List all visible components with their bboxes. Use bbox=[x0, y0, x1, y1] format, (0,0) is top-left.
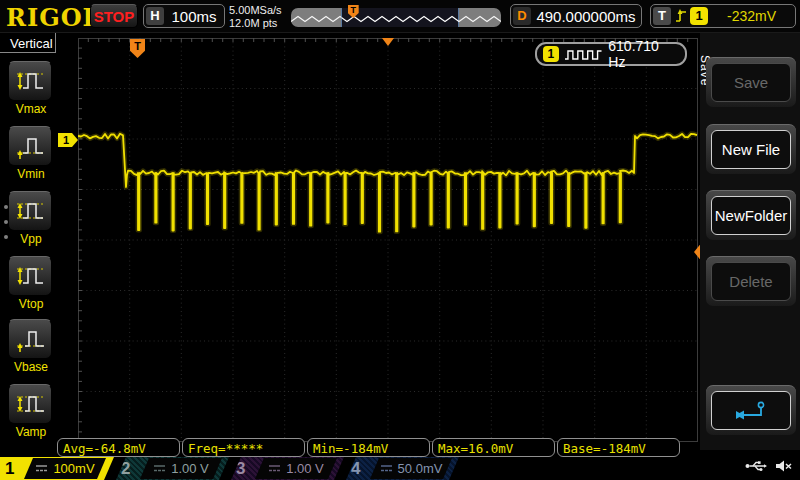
right-soft-menu: Save Save New File NewFolder Delete bbox=[700, 33, 800, 450]
menu-item-label: Vmin bbox=[8, 167, 54, 181]
left-measure-menu: Vertical Vmax Vmin bbox=[0, 33, 57, 450]
menu-item-label: Vpp bbox=[8, 232, 54, 246]
run-state-button[interactable]: STOP bbox=[90, 4, 138, 28]
menu-item-label: Vmax bbox=[8, 102, 54, 116]
menu-item-vmin[interactable]: Vmin bbox=[8, 126, 54, 181]
vtop-icon bbox=[8, 256, 52, 296]
grid-and-trace bbox=[78, 38, 698, 442]
menu-item-vbase[interactable]: Vbase bbox=[8, 319, 54, 374]
d-badge: D bbox=[513, 7, 531, 25]
channel1-tab[interactable]: 1 100mV bbox=[0, 457, 114, 480]
timebase-value: 100ms bbox=[164, 8, 224, 25]
delay-value: 490.000000ms bbox=[531, 8, 641, 25]
dc-coupling-icon bbox=[35, 464, 48, 473]
left-menu-title: Vertical bbox=[0, 33, 56, 53]
speaker-muted-icon bbox=[775, 459, 792, 473]
channel1-scale: 100mV bbox=[53, 461, 94, 476]
square-wave-icon bbox=[564, 48, 604, 61]
rigol-logo: RIGOL bbox=[6, 3, 100, 32]
menu-item-label: Vtop bbox=[8, 297, 54, 311]
meas-max: Max=16.0mV bbox=[432, 438, 555, 457]
memory-depth: 12.0M pts bbox=[229, 17, 282, 30]
meas-min: Min=-184mV bbox=[307, 438, 430, 457]
trigger-level-value: -232mV bbox=[708, 8, 795, 24]
channel-status-bar: 1 100mV 2 1.00 V 3 bbox=[0, 457, 800, 480]
horizontal-timebase-box[interactable]: H 100ms bbox=[143, 4, 225, 28]
menu-item-label: Vamp bbox=[8, 425, 54, 439]
save-button[interactable]: Save bbox=[706, 57, 796, 107]
vbase-icon bbox=[8, 319, 52, 359]
rising-slope-icon bbox=[675, 8, 688, 24]
channel4-tab[interactable]: 4 50.0mV bbox=[346, 457, 459, 480]
meas-avg: Avg=-64.8mV bbox=[57, 438, 180, 457]
t-badge: T bbox=[653, 7, 671, 25]
menu-item-label: Vbase bbox=[8, 360, 54, 374]
vpp-icon bbox=[8, 191, 52, 231]
channel1-level-marker[interactable]: 1 bbox=[58, 133, 78, 147]
counter-frequency-value: 610.710 Hz bbox=[608, 38, 679, 70]
back-button[interactable] bbox=[706, 385, 796, 435]
waveform-preview-bar[interactable]: T bbox=[291, 8, 501, 27]
menu-item-vmax[interactable]: Vmax bbox=[8, 61, 54, 116]
dc-coupling-icon bbox=[268, 464, 281, 473]
top-status-bar: RIGOL STOP H 100ms 5.00MSa/s 12.0M pts T… bbox=[0, 0, 800, 33]
channel2-scale: 1.00 V bbox=[171, 461, 209, 476]
channel2-tab[interactable]: 2 1.00 V bbox=[116, 457, 229, 480]
channel4-scale: 50.0mV bbox=[398, 461, 443, 476]
return-arrow-icon bbox=[734, 400, 768, 422]
usb-icon bbox=[745, 460, 767, 472]
acquisition-info: 5.00MSa/s 12.0M pts bbox=[229, 4, 282, 30]
trigger-source-badge: 1 bbox=[690, 7, 708, 25]
counter-channel-badge: 1 bbox=[543, 46, 559, 62]
channel3-scale: 1.00 V bbox=[286, 461, 324, 476]
menu-item-vamp[interactable]: Vamp bbox=[8, 384, 54, 439]
h-badge: H bbox=[146, 7, 164, 25]
channel3-tab[interactable]: 3 1.00 V bbox=[231, 457, 344, 480]
vamp-icon bbox=[8, 384, 52, 424]
trigger-box[interactable]: T 1 -232mV bbox=[650, 4, 796, 28]
new-file-button[interactable]: New File bbox=[706, 124, 796, 174]
frequency-counter: 1 610.710 Hz bbox=[535, 42, 687, 66]
waveform-display: T 1 T 1 610.710 Hz bbox=[78, 38, 698, 442]
meas-base: Base=-184mV bbox=[557, 438, 680, 457]
vmin-icon bbox=[8, 126, 52, 166]
vmax-icon bbox=[8, 61, 52, 101]
sample-rate: 5.00MSa/s bbox=[229, 4, 282, 17]
menu-item-vtop[interactable]: Vtop bbox=[8, 256, 54, 311]
menu-item-vpp[interactable]: Vpp bbox=[8, 191, 54, 246]
measurement-readout-bar: Avg=-64.8mV Freq=***** Min=-184mV Max=16… bbox=[57, 438, 682, 457]
menu-page-dots bbox=[4, 205, 8, 239]
meas-freq: Freq=***** bbox=[182, 438, 305, 457]
dc-coupling-icon bbox=[153, 464, 166, 473]
oscilloscope-screen: RIGOL STOP H 100ms 5.00MSa/s 12.0M pts T… bbox=[0, 0, 800, 480]
delay-box[interactable]: D 490.000000ms bbox=[510, 4, 642, 28]
delete-button[interactable]: Delete bbox=[706, 256, 796, 306]
new-folder-button[interactable]: NewFolder bbox=[706, 190, 796, 240]
dc-coupling-icon bbox=[380, 464, 393, 473]
